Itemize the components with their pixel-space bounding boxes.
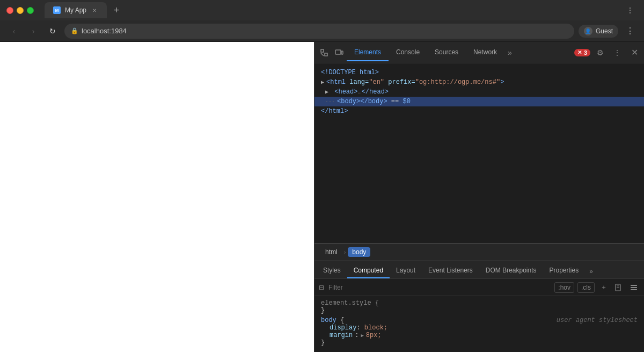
window-controls: ⋮	[623, 3, 638, 18]
tab-favicon: M	[53, 6, 61, 14]
dollar-zero: $0	[402, 98, 410, 105]
hov-badge[interactable]: :hov	[554, 282, 574, 293]
devtools-bottom-panel: html › body Styles Computed Layout Event…	[314, 243, 644, 352]
elements-panel: <!DOCTYPE html> ▶<html lang="en" prefix=…	[314, 63, 644, 243]
html-lang-attr: lang=	[346, 78, 369, 86]
element-style-close: }	[321, 307, 638, 314]
equals-sign: ==	[387, 98, 403, 105]
svg-rect-1	[325, 53, 327, 56]
filter-icon: ⊟	[319, 284, 324, 291]
devtools-close-button[interactable]: ✕	[627, 45, 642, 60]
css-tab-styles[interactable]: Styles	[317, 263, 347, 278]
html-close-line[interactable]: </html>	[314, 106, 644, 116]
svg-line-2	[321, 53, 324, 56]
lock-icon: 🔒	[71, 27, 78, 34]
head-tag: <head>	[331, 88, 357, 96]
css-tabs-more-button[interactable]: »	[585, 264, 597, 278]
error-badge[interactable]: ✕ 3	[574, 49, 590, 56]
body-close-tag: </body>	[360, 98, 387, 105]
display-prop-name: display	[330, 324, 356, 332]
svg-rect-4	[341, 51, 343, 54]
breadcrumb-html[interactable]: html	[321, 247, 342, 257]
minimize-window-button[interactable]	[17, 7, 24, 14]
tab-sources[interactable]: Sources	[427, 44, 466, 61]
cls-badge[interactable]: .cls	[577, 282, 595, 293]
profile-button[interactable]: 👤 Guest	[579, 25, 618, 38]
html-open-line[interactable]: ▶<html lang="en" prefix="og:http://ogp.m…	[314, 77, 644, 87]
new-style-rule-button[interactable]	[613, 282, 625, 293]
filter-input[interactable]	[328, 284, 550, 291]
html-prefix-attr: prefix=	[384, 78, 415, 86]
tab-network[interactable]: Network	[466, 44, 504, 61]
profile-icon: 👤	[584, 27, 592, 35]
toggle-styles-button[interactable]	[628, 282, 640, 293]
css-tab-layout[interactable]: Layout	[390, 263, 422, 278]
svg-rect-0	[321, 49, 324, 52]
margin-property[interactable]: margin: ▶ 8px;	[321, 332, 638, 339]
filter-badges: :hov .cls +	[554, 282, 640, 293]
address-text: localhost:1984	[82, 27, 127, 35]
svg-rect-10	[631, 289, 637, 290]
tab-title: My App	[65, 6, 86, 14]
body-brace-close: }	[321, 339, 638, 347]
profile-label: Guest	[596, 27, 613, 35]
margin-colon: :	[355, 332, 358, 339]
doctype-text: <!DOCTYPE html>	[321, 69, 379, 76]
devtools-more-tabs-button[interactable]: »	[504, 48, 515, 57]
html-lang-value: "en"	[369, 78, 384, 86]
display-property[interactable]: display: block;	[321, 324, 638, 332]
body-brace-open: {	[340, 317, 344, 324]
svg-rect-8	[631, 285, 637, 286]
css-tab-event-listeners[interactable]: Event Listeners	[422, 263, 479, 278]
add-style-button[interactable]: +	[598, 282, 610, 293]
css-rules-panel: element.style { } body { user agent styl…	[314, 296, 644, 352]
inspect-element-button[interactable]	[317, 45, 332, 60]
display-value: block;	[364, 324, 387, 332]
css-tab-dom-breakpoints[interactable]: DOM Breakpoints	[479, 263, 543, 278]
tab-console[interactable]: Console	[389, 44, 427, 61]
close-window-button[interactable]	[6, 7, 13, 14]
close-tab-button[interactable]: ✕	[91, 6, 98, 14]
breadcrumb-body[interactable]: body	[348, 247, 370, 257]
titlebar: M My App ✕ + ⋮	[0, 0, 644, 20]
head-triangle[interactable]: ▶	[325, 89, 328, 95]
doctype-line[interactable]: <!DOCTYPE html>	[314, 68, 644, 77]
browser-menu-button[interactable]: ⋮	[623, 24, 638, 39]
body-css-rule-header[interactable]: body { user agent stylesheet	[321, 317, 638, 324]
body-line[interactable]: ··· <body></body> == $0	[314, 97, 644, 106]
address-bar[interactable]: 🔒 localhost:1984	[64, 24, 574, 39]
svg-rect-3	[335, 50, 341, 54]
devtools-panel: Elements Console Sources Network » ✕ 3 ⚙…	[314, 42, 644, 352]
css-tab-properties[interactable]: Properties	[543, 263, 586, 278]
reload-button[interactable]: ↻	[45, 24, 60, 39]
navbar: ‹ › ↻ 🔒 localhost:1984 👤 Guest ⋮	[0, 20, 644, 42]
html-triangle[interactable]: ▶	[321, 79, 324, 85]
body-open-tag: <body>	[337, 98, 360, 105]
forward-button[interactable]: ›	[26, 24, 41, 39]
css-tab-computed[interactable]: Computed	[347, 263, 390, 278]
element-style-text: element.style {	[321, 299, 379, 307]
new-tab-button[interactable]: +	[109, 3, 124, 18]
devtools-toolbar: Elements Console Sources Network » ✕ 3 ⚙…	[314, 42, 644, 63]
head-ellipsis: …	[357, 88, 361, 96]
html-close-angle: >	[500, 78, 504, 86]
device-toolbar-button[interactable]	[332, 45, 347, 60]
browser-tab[interactable]: M My App ✕	[45, 2, 107, 18]
traffic-lights	[6, 7, 34, 14]
display-colon: :	[356, 324, 364, 332]
window-menu-button[interactable]: ⋮	[623, 3, 638, 18]
html-tag: <html	[326, 78, 346, 86]
devtools-more-button[interactable]: ⋮	[610, 45, 625, 60]
tab-elements[interactable]: Elements	[347, 44, 389, 61]
maximize-window-button[interactable]	[27, 7, 34, 14]
devtools-settings-button[interactable]: ⚙	[592, 45, 608, 60]
element-style-rule: element.style { }	[321, 299, 638, 314]
margin-prop-name: margin	[330, 332, 353, 339]
head-line[interactable]: ▶ <head>…</head>	[314, 87, 644, 97]
element-style-selector[interactable]: element.style {	[321, 299, 638, 307]
back-button[interactable]: ‹	[6, 24, 21, 39]
browser-viewport	[0, 42, 314, 352]
margin-triangle[interactable]: ▶	[361, 333, 363, 339]
css-tabs-bar: Styles Computed Layout Event Listeners D…	[314, 261, 644, 279]
html-close-tag: </html>	[321, 107, 348, 115]
